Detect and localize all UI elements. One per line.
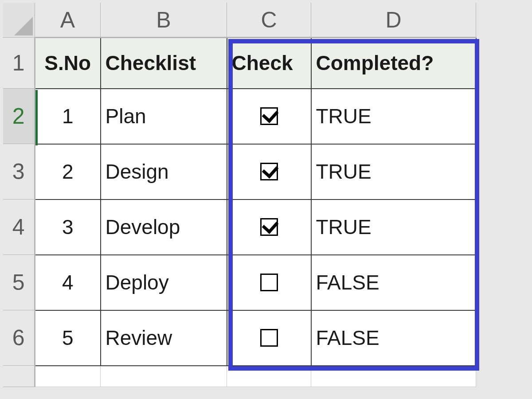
cell-a3[interactable]: 2 xyxy=(35,144,101,200)
cell-c4[interactable] xyxy=(227,200,311,255)
grid[interactable]: A B C D 1 S.No Checklist Check Completed… xyxy=(3,3,477,387)
checkbox-icon[interactable] xyxy=(260,163,278,180)
cell-b5[interactable]: Deploy xyxy=(101,255,227,310)
row-header-2[interactable]: 2 xyxy=(3,89,35,144)
cell-a1[interactable]: S.No xyxy=(35,38,101,89)
column-header-a[interactable]: A xyxy=(35,3,101,38)
cell-d4[interactable]: TRUE xyxy=(311,200,476,255)
cell-c7[interactable] xyxy=(227,366,311,387)
cell-a2[interactable]: 1 xyxy=(35,89,101,144)
checkbox-icon[interactable] xyxy=(260,218,278,236)
select-all-icon xyxy=(14,17,33,35)
cell-d7[interactable] xyxy=(311,366,476,387)
cell-d1[interactable]: Completed? xyxy=(311,38,476,89)
checkbox-icon[interactable] xyxy=(260,274,278,291)
cell-b4[interactable]: Develop xyxy=(101,200,227,255)
cell-c2[interactable] xyxy=(227,89,311,144)
cell-b2[interactable]: Plan xyxy=(101,89,227,144)
cell-b3[interactable]: Design xyxy=(101,144,227,200)
cell-d5[interactable]: FALSE xyxy=(311,255,476,310)
row-header-6[interactable]: 6 xyxy=(3,310,35,366)
column-header-d[interactable]: D xyxy=(311,3,476,38)
cell-b1[interactable]: Checklist xyxy=(101,38,227,89)
checkbox-icon[interactable] xyxy=(260,107,278,125)
svg-marker-0 xyxy=(14,17,33,35)
column-header-b[interactable]: B xyxy=(101,3,227,38)
row-header-1[interactable]: 1 xyxy=(3,38,35,89)
row-header-4[interactable]: 4 xyxy=(3,200,35,255)
cell-b7[interactable] xyxy=(101,366,227,387)
select-all-corner[interactable] xyxy=(3,3,35,38)
cell-a7[interactable] xyxy=(35,366,101,387)
cell-a4[interactable]: 3 xyxy=(35,200,101,255)
column-header-c[interactable]: C xyxy=(227,3,311,38)
cell-d6[interactable]: FALSE xyxy=(311,310,476,366)
row-header-5[interactable]: 5 xyxy=(3,255,35,310)
cell-c5[interactable] xyxy=(227,255,311,310)
cell-b6[interactable]: Review xyxy=(101,310,227,366)
cell-a5[interactable]: 4 xyxy=(35,255,101,310)
cell-c3[interactable] xyxy=(227,144,311,200)
cell-a6[interactable]: 5 xyxy=(35,310,101,366)
cell-d3[interactable]: TRUE xyxy=(311,144,476,200)
cell-d2[interactable]: TRUE xyxy=(311,89,476,144)
cell-c6[interactable] xyxy=(227,310,311,366)
checkbox-icon[interactable] xyxy=(260,329,278,347)
spreadsheet: A B C D 1 S.No Checklist Check Completed… xyxy=(3,3,529,387)
row-header-7[interactable] xyxy=(3,366,35,387)
row-header-3[interactable]: 3 xyxy=(3,144,35,200)
cell-c1[interactable]: Check xyxy=(227,38,311,89)
